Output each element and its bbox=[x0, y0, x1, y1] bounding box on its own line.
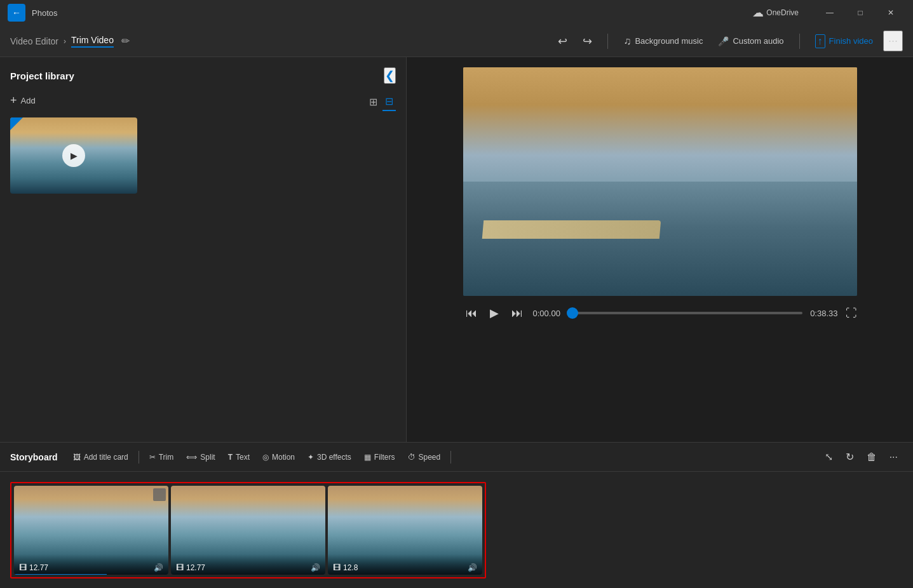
storyboard-toolbar: Storyboard 🖼 Add title card ✂ Trim ⟺ Spl… bbox=[0, 443, 913, 472]
clip-3-time: 12.8 bbox=[343, 563, 358, 572]
text-label: Text bbox=[236, 453, 250, 462]
clip-3-duration: 🎞 12.8 bbox=[333, 563, 358, 572]
view-toggle: ⊞ ⊟ bbox=[367, 93, 396, 111]
speed-button[interactable]: ⏱ Speed bbox=[403, 450, 446, 465]
end-time: 0:38.33 bbox=[810, 309, 837, 318]
clip-2-duration: 🎞 12.77 bbox=[176, 563, 205, 572]
filters-icon: ▦ bbox=[364, 453, 371, 462]
custom-audio-button[interactable]: 🎤 Custom audio bbox=[713, 34, 788, 49]
clip-3-mute: 🔊 bbox=[468, 563, 477, 572]
step-back-button[interactable]: ⏮ bbox=[463, 304, 480, 323]
finish-video-label: Finish video bbox=[829, 36, 873, 46]
title-card-icon: 🖼 bbox=[73, 453, 81, 462]
main-toolbar: Video Editor › Trim Video ✏ ♫ Background… bbox=[0, 25, 913, 57]
media-thumbnail[interactable]: ▶ bbox=[10, 117, 137, 194]
playback-controls: ⏮ ▶ ⏭ 0:00.00 0:38.33 ⛶ bbox=[463, 304, 857, 323]
maximize-button[interactable]: □ bbox=[846, 3, 875, 23]
more-icon: ··· bbox=[889, 451, 898, 462]
motion-button[interactable]: ◎ Motion bbox=[257, 450, 300, 465]
step-back-icon: ⏮ bbox=[466, 307, 477, 319]
breadcrumb-chevron: › bbox=[64, 37, 66, 46]
toolbar-divider-2 bbox=[799, 34, 800, 49]
clip-2-overlay: 🎞 12.77 🔊 bbox=[171, 554, 325, 575]
back-button[interactable] bbox=[8, 4, 25, 22]
clip-1-mute: 🔊 bbox=[154, 563, 163, 572]
undo-button[interactable] bbox=[553, 32, 572, 51]
background-music-button[interactable]: ♫ Background music bbox=[618, 33, 708, 50]
storyboard-title: Storyboard bbox=[10, 452, 58, 462]
breadcrumb-current: Trim Video bbox=[71, 35, 114, 48]
text-button[interactable]: T Text bbox=[223, 450, 255, 465]
fullscreen-button[interactable]: ⛶ bbox=[846, 307, 857, 320]
trim-label: Trim bbox=[159, 453, 174, 462]
trim-button[interactable]: ✂ Trim bbox=[144, 450, 179, 465]
clip-1-overlay: 🎞 12.77 🔊 bbox=[14, 554, 168, 575]
text-icon: T bbox=[228, 453, 233, 462]
main-area: Project library ❮ + Add ⊞ ⊟ ▶ bbox=[0, 57, 913, 442]
step-forward-button[interactable]: ⏭ bbox=[509, 304, 525, 323]
filters-label: Filters bbox=[374, 453, 395, 462]
split-button[interactable]: ⟺ Split bbox=[181, 450, 220, 465]
film-icon-3: 🎞 bbox=[333, 563, 341, 572]
add-title-card-label: Add title card bbox=[84, 453, 128, 462]
clip-2[interactable]: 🎞 12.77 🔊 bbox=[171, 486, 325, 575]
delete-clip-button[interactable]: 🗑 bbox=[862, 448, 882, 466]
3deffects-icon: ✦ bbox=[308, 453, 314, 462]
list-view-button[interactable]: ⊟ bbox=[382, 93, 396, 111]
project-library-panel: Project library ❮ + Add ⊞ ⊟ ▶ bbox=[0, 57, 407, 442]
film-icon: 🎞 bbox=[19, 563, 27, 572]
motion-label: Motion bbox=[272, 453, 295, 462]
filters-button[interactable]: ▦ Filters bbox=[359, 450, 400, 465]
progress-thumb[interactable] bbox=[567, 307, 578, 319]
step-forward-icon: ⏭ bbox=[511, 307, 523, 319]
split-icon: ⟺ bbox=[186, 453, 197, 462]
resize-button[interactable]: ⤡ bbox=[820, 448, 838, 466]
preview-sky bbox=[463, 67, 857, 193]
play-button[interactable]: ▶ bbox=[487, 304, 501, 323]
minimize-button[interactable]: — bbox=[815, 3, 844, 23]
clip-3[interactable]: 🎞 12.8 🔊 bbox=[328, 486, 482, 575]
progress-bar[interactable] bbox=[568, 312, 802, 314]
edit-title-icon[interactable]: ✏ bbox=[121, 35, 130, 47]
clip-1-duration: 🎞 12.77 bbox=[19, 563, 48, 572]
undo-icon bbox=[558, 34, 567, 48]
play-icon: ▶ bbox=[490, 307, 499, 319]
finish-video-button[interactable]: ↑ Finish video bbox=[810, 32, 878, 51]
grid-view-button[interactable]: ⊞ bbox=[367, 93, 380, 111]
add-media-button[interactable]: + Add bbox=[10, 94, 36, 107]
breadcrumb-parent[interactable]: Video Editor bbox=[10, 36, 58, 46]
background-music-label: Background music bbox=[635, 36, 703, 46]
clip-3-overlay: 🎞 12.8 🔊 bbox=[328, 554, 482, 575]
video-preview-panel: ⏮ ▶ ⏭ 0:00.00 0:38.33 ⛶ bbox=[407, 57, 913, 442]
preview-water bbox=[463, 182, 857, 296]
custom-audio-label: Custom audio bbox=[733, 36, 783, 46]
mic-icon: 🎤 bbox=[718, 36, 729, 46]
close-button[interactable]: ✕ bbox=[876, 3, 905, 23]
split-label: Split bbox=[200, 453, 215, 462]
redo-button[interactable] bbox=[578, 32, 597, 51]
titlebar: Photos ☁ OneDrive — □ ✕ bbox=[0, 0, 913, 25]
current-time: 0:00.00 bbox=[533, 309, 560, 318]
rotate-button[interactable]: ↻ bbox=[841, 448, 859, 466]
sb-divider-1 bbox=[139, 451, 139, 464]
more-options-button[interactable]: ··· bbox=[883, 30, 903, 51]
add-label: Add bbox=[21, 96, 36, 105]
collapse-panel-button[interactable]: ❮ bbox=[384, 67, 396, 84]
trim-icon: ✂ bbox=[149, 453, 156, 462]
add-title-card-button[interactable]: 🖼 Add title card bbox=[68, 450, 133, 465]
back-icon bbox=[12, 8, 21, 18]
redo-icon bbox=[583, 34, 592, 48]
sb-divider-2 bbox=[450, 451, 451, 464]
clip-2-mute: 🔊 bbox=[311, 563, 320, 572]
3deffects-button[interactable]: ✦ 3D effects bbox=[302, 450, 356, 465]
film-icon-2: 🎞 bbox=[176, 563, 184, 572]
breadcrumb: Video Editor › Trim Video bbox=[10, 35, 114, 48]
library-header: Project library ❮ bbox=[10, 67, 396, 84]
clip-1[interactable]: 🎞 12.77 🔊 bbox=[14, 486, 168, 575]
3deffects-label: 3D effects bbox=[317, 453, 351, 462]
speed-label: Speed bbox=[419, 453, 441, 462]
window-controls: — □ ✕ bbox=[815, 3, 905, 23]
resize-icon: ⤡ bbox=[825, 451, 833, 462]
play-button[interactable]: ▶ bbox=[62, 144, 85, 167]
storyboard-more-button[interactable]: ··· bbox=[884, 448, 903, 466]
